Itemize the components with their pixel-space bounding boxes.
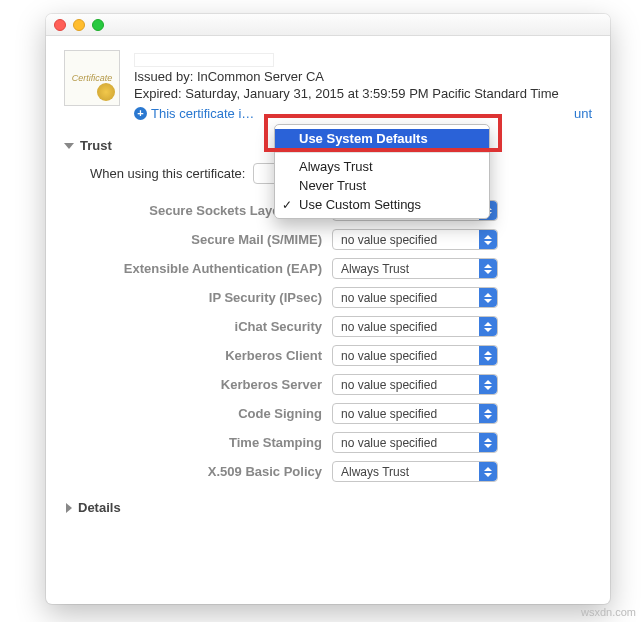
trust-row-select[interactable]: Always Trust	[332, 258, 498, 279]
select-caret-icon	[479, 433, 497, 452]
trust-row-value: no value specified	[341, 349, 437, 363]
trust-row: Kerberos Serverno value specified	[64, 374, 592, 395]
select-caret-icon	[479, 346, 497, 365]
svg-marker-20	[484, 467, 492, 471]
certificate-icon: Certificate	[64, 50, 120, 106]
certificate-info: Issued by: InCommon Server CA Expired: S…	[134, 50, 592, 122]
watermark: wsxdn.com	[581, 606, 636, 618]
svg-marker-19	[484, 444, 492, 448]
svg-marker-14	[484, 380, 492, 384]
trust-row-label: X.509 Basic Policy	[64, 464, 332, 479]
trust-row-select[interactable]: no value specified	[332, 432, 498, 453]
trust-row-value: no value specified	[341, 320, 437, 334]
trust-row: Time Stampingno value specified	[64, 432, 592, 453]
svg-marker-6	[484, 264, 492, 268]
trust-settings-list: Secure Sockets Layer (SSL)no value speci…	[64, 200, 592, 482]
trust-row-value: Always Trust	[341, 262, 409, 276]
trust-row-select[interactable]: no value specified	[332, 316, 498, 337]
svg-marker-21	[484, 473, 492, 477]
expired-line: Expired: Saturday, January 31, 2015 at 3…	[134, 85, 592, 103]
svg-marker-5	[484, 241, 492, 245]
zoom-icon[interactable]	[92, 19, 104, 31]
trust-row-select[interactable]: no value specified	[332, 374, 498, 395]
select-caret-icon	[479, 404, 497, 423]
certificate-header: Certificate Issued by: InCommon Server C…	[64, 50, 592, 122]
svg-marker-16	[484, 409, 492, 413]
trust-row-label: Kerberos Server	[64, 377, 332, 392]
chevron-right-icon	[66, 503, 72, 513]
minimize-icon[interactable]	[73, 19, 85, 31]
checkmark-icon: ✓	[282, 198, 292, 212]
trust-row-label: Secure Mail (S/MIME)	[64, 232, 332, 247]
when-using-label: When using this certificate:	[90, 166, 245, 181]
trust-row-value: Always Trust	[341, 465, 409, 479]
svg-marker-11	[484, 328, 492, 332]
window-controls	[54, 19, 104, 31]
trust-row-label: Kerberos Client	[64, 348, 332, 363]
svg-marker-13	[484, 357, 492, 361]
trust-row: iChat Securityno value specified	[64, 316, 592, 337]
trust-row-value: no value specified	[341, 291, 437, 305]
trust-section-label: Trust	[80, 138, 112, 153]
svg-marker-9	[484, 299, 492, 303]
menu-item-label: Use Custom Settings	[299, 197, 421, 212]
svg-marker-15	[484, 386, 492, 390]
trust-row-label: Extensible Authentication (EAP)	[64, 261, 332, 276]
trust-row: X.509 Basic PolicyAlways Trust	[64, 461, 592, 482]
trust-row-select[interactable]: no value specified	[332, 345, 498, 366]
details-section-label: Details	[78, 500, 121, 515]
menu-item[interactable]: Never Trust	[275, 176, 489, 195]
issued-by-line: Issued by: InCommon Server CA	[134, 68, 592, 86]
certificate-window: Certificate Issued by: InCommon Server C…	[46, 14, 610, 604]
menu-item-label: Never Trust	[299, 178, 366, 193]
svg-marker-12	[484, 351, 492, 355]
select-caret-icon	[479, 259, 497, 278]
trust-row-value: no value specified	[341, 436, 437, 450]
select-caret-icon	[479, 375, 497, 394]
trust-row-select[interactable]: no value specified	[332, 403, 498, 424]
trust-row: Kerberos Clientno value specified	[64, 345, 592, 366]
menu-item[interactable]: Always Trust	[275, 157, 489, 176]
trust-row-select[interactable]: no value specified	[332, 229, 498, 250]
trust-row-select[interactable]: no value specified	[332, 287, 498, 308]
certificate-name-redacted	[134, 53, 274, 67]
select-caret-icon	[479, 462, 497, 481]
seal-icon	[97, 83, 115, 101]
trust-row-label: Code Signing	[64, 406, 332, 421]
trust-row-label: iChat Security	[64, 319, 332, 334]
svg-marker-8	[484, 293, 492, 297]
close-icon[interactable]	[54, 19, 66, 31]
menu-separator	[275, 152, 489, 153]
select-caret-icon	[479, 230, 497, 249]
trust-row-label: Time Stamping	[64, 435, 332, 450]
trust-row: Code Signingno value specified	[64, 403, 592, 424]
select-caret-icon	[479, 288, 497, 307]
select-caret-icon	[479, 317, 497, 336]
trust-row: IP Security (IPsec)no value specified	[64, 287, 592, 308]
titlebar	[46, 14, 610, 36]
trust-row-select[interactable]: Always Trust	[332, 461, 498, 482]
trust-row: Extensible Authentication (EAP)Always Tr…	[64, 258, 592, 279]
trust-row-value: no value specified	[341, 378, 437, 392]
svg-marker-7	[484, 270, 492, 274]
trust-row: Secure Mail (S/MIME)no value specified	[64, 229, 592, 250]
trust-row-label: IP Security (IPsec)	[64, 290, 332, 305]
trust-row-value: no value specified	[341, 233, 437, 247]
chevron-down-icon	[64, 143, 74, 149]
plus-badge-icon: +	[134, 107, 147, 120]
window-content: Certificate Issued by: InCommon Server C…	[46, 36, 610, 525]
menu-item[interactable]: ✓Use Custom Settings	[275, 195, 489, 214]
svg-marker-10	[484, 322, 492, 326]
svg-marker-18	[484, 438, 492, 442]
annotation-highlight	[264, 114, 502, 152]
details-section-header[interactable]: Details	[66, 500, 592, 515]
trust-row-value: no value specified	[341, 407, 437, 421]
svg-marker-17	[484, 415, 492, 419]
menu-item-label: Always Trust	[299, 159, 373, 174]
svg-marker-4	[484, 235, 492, 239]
